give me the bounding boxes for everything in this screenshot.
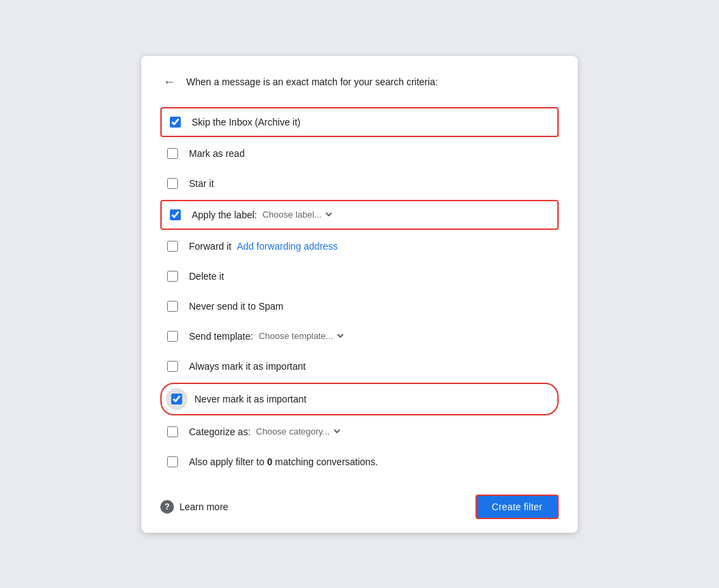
option-apply-label: Apply the label: Choose label... bbox=[160, 200, 559, 230]
label-apply-label: Apply the label: bbox=[192, 209, 257, 220]
option-categorize: Categorize as: Choose category... bbox=[160, 417, 559, 447]
checkbox-forward-it[interactable] bbox=[167, 241, 178, 252]
option-never-important: Never mark it as important bbox=[160, 383, 559, 415]
checkbox-delete-it[interactable] bbox=[167, 271, 178, 282]
checkbox-star-it[interactable] bbox=[167, 178, 178, 189]
checkbox-send-template[interactable] bbox=[167, 331, 178, 342]
option-mark-read: Mark as read bbox=[160, 138, 559, 168]
checkbox-never-important[interactable] bbox=[171, 394, 182, 405]
checkbox-wrapper-categorize bbox=[163, 422, 182, 441]
option-never-spam: Never send it to Spam bbox=[160, 291, 559, 321]
option-star-it: Star it bbox=[160, 168, 559, 199]
option-always-important: Always mark it as important bbox=[160, 351, 559, 381]
checkbox-wrapper-delete-it bbox=[163, 267, 182, 286]
checkbox-mark-read[interactable] bbox=[167, 148, 178, 159]
checkbox-wrapper-always-important bbox=[163, 357, 182, 376]
label-categorize: Categorize as: bbox=[189, 426, 250, 437]
label-never-important: Never mark it as important bbox=[194, 394, 306, 405]
label-skip-inbox: Skip the Inbox (Archive it) bbox=[192, 117, 301, 128]
back-button[interactable]: ← bbox=[160, 72, 178, 92]
checkbox-wrapper-forward-it bbox=[163, 237, 182, 256]
checkbox-wrapper-never-spam bbox=[163, 297, 182, 316]
label-star-it: Star it bbox=[189, 178, 214, 189]
checkbox-never-spam[interactable] bbox=[167, 301, 178, 312]
matching-count: 0 bbox=[267, 456, 272, 467]
checkbox-skip-inbox[interactable] bbox=[170, 117, 181, 128]
dialog-header: ← When a message is an exact match for y… bbox=[160, 72, 559, 92]
checkbox-categorize[interactable] bbox=[167, 426, 178, 437]
checkbox-wrapper-star-it bbox=[163, 174, 182, 193]
help-icon[interactable]: ? bbox=[160, 500, 174, 514]
label-apply-filter: Also apply filter to 0 matching conversa… bbox=[189, 456, 378, 467]
label-always-important: Always mark it as important bbox=[189, 361, 306, 372]
option-delete-it: Delete it bbox=[160, 261, 559, 291]
template-select-dropdown[interactable]: Choose template... bbox=[256, 330, 346, 342]
checkbox-always-important[interactable] bbox=[167, 361, 178, 372]
checkbox-wrapper-mark-read bbox=[163, 144, 182, 163]
learn-more-group: ? Learn more bbox=[160, 500, 229, 514]
checkbox-wrapper-never-important bbox=[166, 388, 188, 410]
learn-more-link[interactable]: Learn more bbox=[179, 501, 229, 512]
category-select-dropdown[interactable]: Choose category... bbox=[253, 426, 342, 437]
checkbox-apply-label[interactable] bbox=[170, 209, 181, 220]
checkbox-wrapper-skip-inbox bbox=[166, 113, 185, 132]
checkbox-wrapper-send-template bbox=[163, 327, 182, 346]
options-list: Skip the Inbox (Archive it) Mark as read… bbox=[160, 106, 559, 477]
help-icon-text: ? bbox=[164, 502, 169, 512]
create-filter-button[interactable]: Create filter bbox=[475, 495, 559, 519]
dialog-footer: ? Learn more Create filter bbox=[160, 489, 559, 519]
label-send-template: Send template: bbox=[189, 331, 253, 342]
option-apply-filter: Also apply filter to 0 matching conversa… bbox=[160, 447, 559, 477]
option-forward-it: Forward it Add forwarding address bbox=[160, 231, 559, 261]
option-skip-inbox: Skip the Inbox (Archive it) bbox=[160, 107, 559, 137]
option-send-template: Send template: Choose template... bbox=[160, 321, 559, 351]
label-delete-it: Delete it bbox=[189, 271, 224, 282]
back-arrow-icon: ← bbox=[163, 75, 175, 89]
label-select-dropdown[interactable]: Choose label... bbox=[260, 209, 334, 220]
checkbox-wrapper-apply-label bbox=[166, 205, 185, 224]
filter-actions-dialog: ← When a message is an exact match for y… bbox=[141, 56, 578, 533]
checkbox-wrapper-apply-filter bbox=[163, 452, 182, 471]
header-title: When a message is an exact match for you… bbox=[186, 76, 438, 87]
add-forwarding-link[interactable]: Add forwarding address bbox=[237, 241, 338, 252]
checkbox-apply-filter[interactable] bbox=[167, 456, 178, 467]
label-forward-it: Forward it bbox=[189, 241, 231, 252]
label-mark-read: Mark as read bbox=[189, 148, 245, 159]
label-never-spam: Never send it to Spam bbox=[189, 301, 284, 312]
